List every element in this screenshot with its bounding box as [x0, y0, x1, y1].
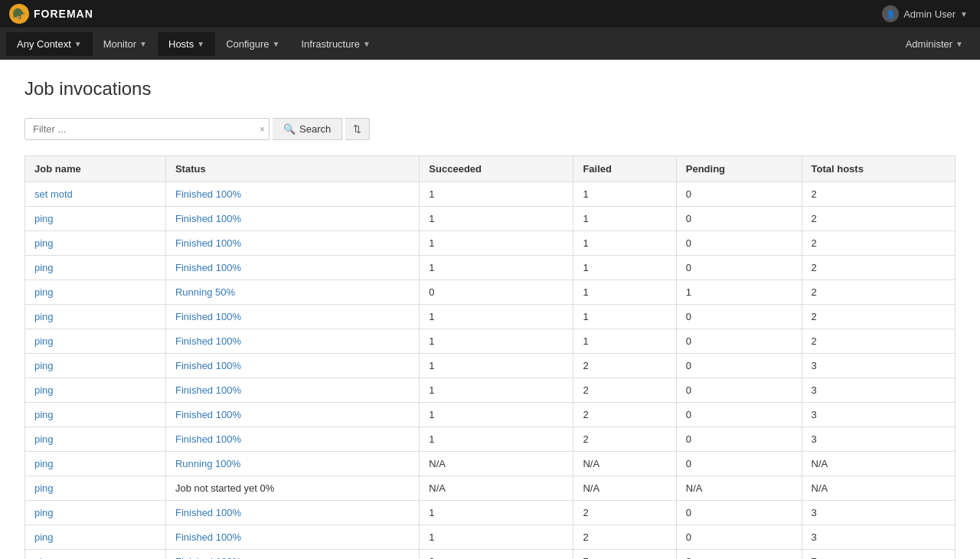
- table-row: pingFinished 100%1102: [25, 305, 956, 329]
- table-header: Job name Status Succeeded Failed Pending…: [25, 156, 956, 182]
- table-row: pingFinished 100%1203: [25, 354, 956, 378]
- cell-pending: 0: [676, 182, 802, 207]
- cell-failed: 1: [573, 329, 676, 354]
- administer-button[interactable]: Administer ▼: [895, 32, 974, 56]
- status-link[interactable]: Finished 100%: [175, 384, 241, 396]
- status-link[interactable]: Finished 100%: [175, 188, 241, 200]
- cell-failed: 1: [573, 231, 676, 256]
- cell-status: Finished 100%: [165, 207, 419, 231]
- main-content: Job invocations × 🔍 Search ⇅ Job name St…: [0, 60, 980, 559]
- cell-total-hosts: 3: [802, 403, 955, 427]
- job-name-link[interactable]: ping: [34, 360, 54, 371]
- clear-filter-button[interactable]: ×: [260, 124, 265, 135]
- nav-infrastructure[interactable]: Infrastructure ▼: [290, 32, 381, 56]
- header-row: Job name Status Succeeded Failed Pending…: [25, 156, 956, 182]
- table-row: pingFinished 100%1203: [25, 427, 956, 452]
- brand[interactable]: 🪖 FOREMAN: [6, 4, 103, 24]
- status-link[interactable]: Finished 100%: [175, 237, 241, 249]
- job-name-link[interactable]: set motd: [34, 188, 73, 200]
- cell-failed: N/A: [573, 476, 676, 501]
- job-name-link[interactable]: ping: [34, 409, 54, 420]
- cell-pending: 0: [676, 378, 802, 403]
- table-row: pingFinished 100%1203: [25, 525, 956, 550]
- cell-job-name: ping: [25, 305, 166, 329]
- cell-pending: 0: [676, 256, 802, 280]
- cell-total-hosts: 2: [802, 207, 955, 231]
- status-link[interactable]: Running 100%: [175, 458, 240, 469]
- cell-succeeded: 1: [420, 378, 573, 403]
- table-row: pingFinished 100%0707: [25, 550, 956, 560]
- job-name-link[interactable]: ping: [34, 458, 54, 469]
- cell-failed: 7: [573, 550, 676, 560]
- job-name-link[interactable]: ping: [34, 433, 54, 445]
- cell-total-hosts: 2: [802, 305, 955, 329]
- cell-failed: 1: [573, 256, 676, 280]
- job-name-link[interactable]: ping: [34, 335, 54, 347]
- nav-configure-label: Configure: [226, 38, 269, 50]
- status-link[interactable]: Finished 100%: [175, 311, 241, 322]
- table-row: pingFinished 100%1102: [25, 231, 956, 256]
- avatar: 👤: [882, 5, 899, 22]
- cell-failed: 2: [573, 354, 676, 378]
- status-link[interactable]: Finished 100%: [175, 213, 241, 224]
- job-name-link[interactable]: ping: [34, 384, 54, 396]
- status-link[interactable]: Finished 100%: [175, 507, 241, 518]
- cell-pending: 0: [676, 452, 802, 476]
- top-nav-right: 👤 Admin User ▼: [876, 2, 974, 25]
- job-name-link[interactable]: ping: [34, 531, 54, 543]
- cell-total-hosts: 3: [802, 427, 955, 452]
- job-name-link[interactable]: ping: [34, 262, 54, 273]
- chevron-down-icon: ▼: [956, 40, 963, 48]
- cell-total-hosts: 2: [802, 329, 955, 354]
- cell-total-hosts: 2: [802, 231, 955, 256]
- cell-failed: 1: [573, 305, 676, 329]
- status-link[interactable]: Finished 100%: [175, 262, 241, 273]
- nav-monitor[interactable]: Monitor ▼: [93, 32, 158, 56]
- status-link[interactable]: Finished 100%: [175, 409, 241, 420]
- cell-total-hosts: 3: [802, 378, 955, 403]
- cell-status: Finished 100%: [165, 256, 419, 280]
- job-name-link[interactable]: ping: [34, 286, 54, 298]
- cell-pending: 0: [676, 354, 802, 378]
- admin-user[interactable]: 👤 Admin User ▼: [876, 2, 974, 25]
- filter-bar: × 🔍 Search ⇅: [24, 118, 956, 140]
- cell-status: Finished 100%: [165, 501, 419, 525]
- split-arrow-icon: ⇅: [353, 123, 361, 135]
- cell-status: Finished 100%: [165, 329, 419, 354]
- chevron-down-icon: ▼: [363, 40, 371, 48]
- cell-total-hosts: 3: [802, 525, 955, 550]
- table-body: set motdFinished 100%1102pingFinished 10…: [25, 182, 956, 560]
- status-link[interactable]: Running 50%: [175, 286, 235, 298]
- cell-pending: 0: [676, 207, 802, 231]
- cell-failed: 2: [573, 501, 676, 525]
- cell-pending: 0: [676, 550, 802, 560]
- table-row: pingRunning 100%N/AN/A0N/A: [25, 452, 956, 476]
- cell-status: Finished 100%: [165, 305, 419, 329]
- filter-input[interactable]: [24, 118, 270, 140]
- table-row: pingFinished 100%1203: [25, 501, 956, 525]
- filter-split-button[interactable]: ⇅: [345, 118, 370, 140]
- job-name-link[interactable]: ping: [34, 507, 54, 518]
- job-name-link[interactable]: ping: [34, 213, 54, 224]
- search-button[interactable]: 🔍 Search: [273, 118, 342, 140]
- cell-job-name: ping: [25, 550, 166, 560]
- cell-failed: N/A: [573, 452, 676, 476]
- job-name-link[interactable]: ping: [34, 311, 54, 322]
- job-name-link[interactable]: ping: [34, 237, 54, 249]
- nav-configure[interactable]: Configure ▼: [215, 32, 290, 56]
- job-name-link[interactable]: ping: [34, 482, 54, 494]
- job-name-link[interactable]: ping: [34, 556, 54, 559]
- nav-hosts[interactable]: Hosts ▼: [158, 32, 215, 56]
- status-link[interactable]: Finished 100%: [175, 531, 241, 543]
- status-link[interactable]: Finished 100%: [175, 360, 241, 371]
- cell-pending: 0: [676, 427, 802, 452]
- status-link[interactable]: Finished 100%: [175, 335, 241, 347]
- top-nav-left: 🪖 FOREMAN: [6, 4, 103, 24]
- status-link[interactable]: Finished 100%: [175, 556, 241, 559]
- context-button[interactable]: Any Context ▼: [6, 32, 93, 56]
- status-link[interactable]: Finished 100%: [175, 433, 241, 445]
- col-status: Status: [165, 156, 419, 182]
- cell-job-name: ping: [25, 329, 166, 354]
- cell-succeeded: 1: [420, 305, 573, 329]
- top-nav: 🪖 FOREMAN 👤 Admin User ▼: [0, 0, 980, 28]
